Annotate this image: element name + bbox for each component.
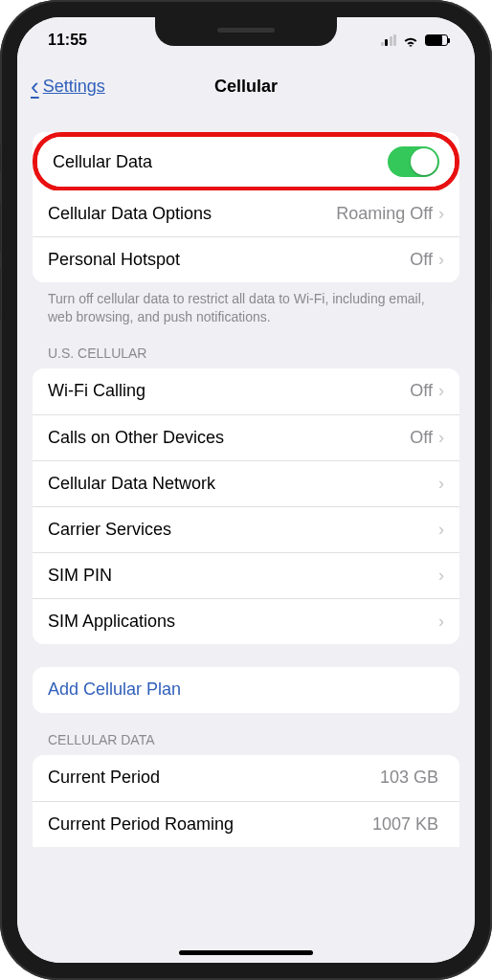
sim-pin-row[interactable]: SIM PIN › [33,552,459,598]
row-label: Personal Hotspot [48,250,410,270]
chevron-right-icon: › [438,566,444,586]
row-label: Current Period [48,768,380,788]
cellular-data-label: Cellular Data [53,152,388,172]
cellular-data-row[interactable]: Cellular Data [37,137,455,187]
cellular-data-options-row[interactable]: Cellular Data Options Roaming Off › [33,190,459,236]
row-value: 1007 KB [372,814,438,835]
cellular-data-toggle[interactable] [388,146,439,177]
row-value: Roaming Off [336,204,433,224]
cellular-signal-icon [381,34,397,46]
row-label: SIM PIN [48,566,438,586]
back-button[interactable]: ‹ Settings [31,74,105,99]
row-value: Off [410,428,433,448]
status-time: 11:55 [48,32,87,49]
battery-icon [425,34,448,46]
chevron-right-icon: › [438,612,444,632]
row-label: Cellular Data Network [48,474,438,494]
row-label: Current Period Roaming [48,814,372,835]
wifi-calling-row[interactable]: Wi-Fi Calling Off › [33,368,459,414]
cellular-data-network-row[interactable]: Cellular Data Network › [33,460,459,506]
page-title: Cellular [214,77,278,97]
chevron-right-icon: › [438,204,444,224]
row-value: 103 GB [380,768,438,788]
chevron-right-icon: › [438,381,444,401]
personal-hotspot-row[interactable]: Personal Hotspot Off › [33,236,459,282]
row-label: Carrier Services [48,520,438,540]
current-period-roaming-row[interactable]: Current Period Roaming 1007 KB [33,801,459,847]
wifi-icon [402,34,419,47]
chevron-left-icon: ‹ [31,74,39,99]
section-footer-text: Turn off cellular data to restrict all d… [33,282,459,326]
row-label: Add Cellular Plan [48,679,444,700]
row-value: Off [410,250,433,270]
section-header-us-cellular: U.S. CELLULAR [33,326,459,368]
row-value: Off [410,381,433,401]
row-label: SIM Applications [48,612,438,632]
chevron-right-icon: › [438,428,444,448]
chevron-right-icon: › [438,474,444,494]
carrier-services-row[interactable]: Carrier Services › [33,506,459,552]
section-header-cellular-data: CELLULAR DATA [33,713,459,755]
row-label: Wi-Fi Calling [48,381,410,401]
nav-header: ‹ Settings Cellular [17,63,475,109]
row-label: Cellular Data Options [48,204,336,224]
row-label: Calls on Other Devices [48,428,410,448]
highlight-annotation: Cellular Data [33,132,459,191]
current-period-row[interactable]: Current Period 103 GB [33,755,459,801]
home-indicator[interactable] [179,950,313,955]
chevron-right-icon: › [438,520,444,540]
back-label: Settings [43,77,105,97]
add-cellular-plan-button[interactable]: Add Cellular Plan [33,667,459,713]
chevron-right-icon: › [438,250,444,270]
notch [155,17,337,46]
calls-other-devices-row[interactable]: Calls on Other Devices Off › [33,414,459,460]
sim-applications-row[interactable]: SIM Applications › [33,598,459,644]
